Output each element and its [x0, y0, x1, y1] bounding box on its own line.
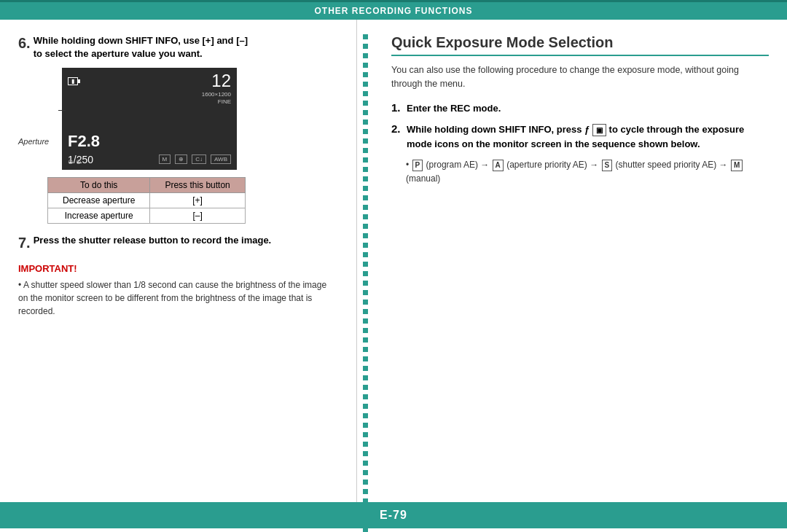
- aperture-label: Aperture: [18, 137, 49, 146]
- dot: [363, 176, 368, 181]
- cam-fstop: F2.8: [68, 132, 100, 151]
- dot: [363, 508, 368, 513]
- cam-icon-wb: AWB: [211, 154, 231, 164]
- dot: [363, 300, 368, 305]
- cam-bottom: F2.8 1/250 M ⊕ C↓ AWB: [62, 132, 237, 170]
- icon-a: A: [493, 160, 504, 171]
- cam-icons: M ⊕ C↓ AWB: [159, 154, 231, 165]
- dot: [363, 432, 368, 437]
- dot: [363, 214, 368, 219]
- dot: [363, 461, 368, 466]
- dot: [363, 394, 368, 399]
- step7-text: Press the shutter release button to reco…: [34, 234, 272, 247]
- cam-resolution: 1600×1200 FINE: [62, 91, 237, 105]
- dot: [363, 44, 368, 49]
- dot: [363, 366, 368, 371]
- dot: [363, 157, 368, 163]
- dot: [363, 72, 368, 77]
- dot: [363, 53, 368, 58]
- cam-icon-ae: ⊕: [175, 154, 187, 164]
- battery-icon: ▮: [68, 77, 78, 85]
- dot: [363, 281, 368, 286]
- section-intro: You can also use the following procedure…: [391, 63, 769, 91]
- page-number: E-79: [380, 509, 407, 522]
- dot: [363, 224, 368, 229]
- dot: [363, 82, 368, 87]
- dot: [363, 527, 368, 532]
- dot: [363, 120, 368, 125]
- dot: [363, 451, 368, 456]
- important-bullet-text: A shutter speed slower than 1/8 second c…: [18, 280, 326, 316]
- dot: [363, 318, 368, 324]
- dot: [363, 498, 368, 504]
- icon-p: P: [412, 160, 423, 171]
- table-cell-increase-label: Increase aperture: [48, 208, 150, 224]
- cam-icon-flash: C↓: [192, 154, 206, 164]
- right-step2-text: While holding down SHIFT INFO, press ƒ ▣…: [407, 122, 769, 151]
- table-row: Decrease aperture [+]: [48, 193, 246, 208]
- right-step2-num: 2.: [391, 122, 403, 135]
- dot: [363, 517, 368, 523]
- dot: [363, 337, 368, 343]
- page-header: OTHER RECORDING FUNCTIONS: [0, 0, 787, 20]
- table-cell-decrease-btn: [+]: [150, 193, 245, 208]
- cam-icon-m: M: [159, 154, 171, 164]
- dot: [363, 110, 368, 115]
- right-step1-num: 1.: [391, 101, 403, 114]
- dot: [363, 423, 368, 428]
- dot: [363, 34, 368, 39]
- step7-heading: 7. Press the shutter release button to r…: [18, 234, 338, 251]
- main-content: 6. While holding down SHIFT INFO, use [+…: [0, 20, 787, 502]
- cam-top-left: ▮: [68, 71, 78, 91]
- dot: [363, 404, 368, 409]
- cam-top-info: ▮ 12: [62, 68, 237, 91]
- dot: [363, 63, 368, 68]
- right-step2: 2. While holding down SHIFT INFO, press …: [391, 122, 769, 151]
- dot: [363, 243, 368, 248]
- dot: [363, 347, 368, 352]
- dot: [363, 309, 368, 314]
- dot: [363, 195, 368, 200]
- right-step1: 1. Enter the REC mode.: [391, 101, 769, 116]
- dot: [363, 233, 368, 238]
- aperture-table: To do this Press this button Decrease ap…: [47, 177, 246, 224]
- dot: [363, 385, 368, 390]
- icon-s: S: [602, 160, 613, 171]
- dot: [363, 375, 368, 380]
- table-cell-decrease-label: Decrease aperture: [48, 193, 150, 208]
- step6-number: 6.: [18, 34, 31, 52]
- left-column: 6. While holding down SHIFT INFO, use [+…: [0, 20, 357, 502]
- section-title: Quick Exposure Mode Selection: [391, 34, 769, 56]
- important-bullet-icon: •: [18, 280, 23, 290]
- dot: [363, 186, 368, 191]
- header-title: OTHER RECORDING FUNCTIONS: [315, 6, 473, 16]
- dot: [363, 328, 368, 333]
- right-step1-text: Enter the REC mode.: [407, 101, 501, 116]
- dot: [363, 138, 368, 144]
- table-header-press: Press this button: [150, 178, 245, 193]
- icon-m: M: [731, 160, 743, 171]
- divider-dots: [357, 20, 373, 502]
- camera-screen-mockup: ▮ 12 1600×1200 FINE F2.8 1/: [62, 68, 237, 170]
- cam-number: 12: [211, 71, 231, 91]
- dot: [363, 413, 368, 418]
- sub-bullet: • P (program AE) → A (aperture priority …: [406, 158, 769, 186]
- important-section: IMPORTANT! • A shutter speed slower than…: [18, 263, 338, 318]
- step7-number: 7.: [18, 234, 31, 251]
- dot: [363, 442, 368, 447]
- dot: [363, 262, 368, 267]
- right-column: Quick Exposure Mode Selection You can al…: [373, 20, 787, 502]
- flash-icon: ▣: [592, 124, 606, 136]
- cam-plus-minus: ⊖ ⊕: [68, 158, 82, 165]
- dot: [363, 290, 368, 295]
- dot: [363, 205, 368, 210]
- table-row: Increase aperture [–]: [48, 208, 246, 224]
- cam-top-right: 12: [211, 71, 231, 91]
- table-header-todo: To do this: [48, 178, 150, 193]
- dot: [363, 148, 368, 153]
- dot: [363, 271, 368, 276]
- table-cell-increase-btn: [–]: [150, 208, 245, 224]
- dot: [363, 480, 368, 485]
- important-label: IMPORTANT!: [18, 263, 338, 274]
- dot: [363, 252, 368, 257]
